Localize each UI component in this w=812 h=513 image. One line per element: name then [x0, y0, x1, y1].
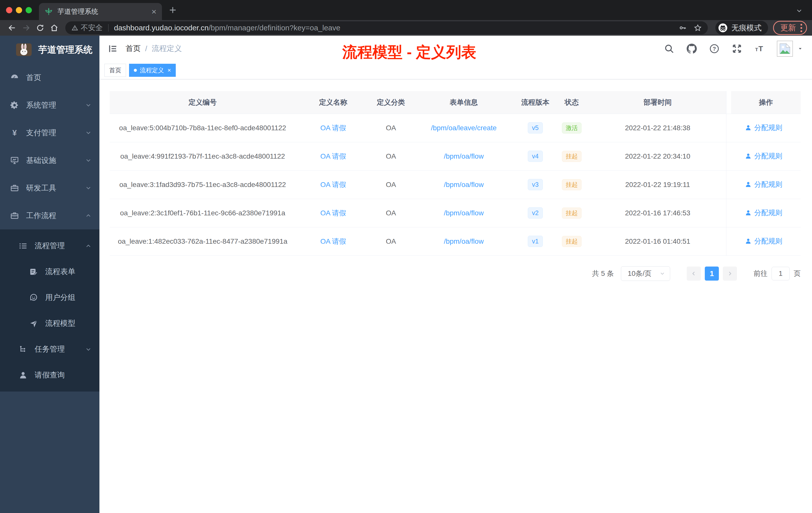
address-bar[interactable]: 不安全 dashboard.yudao.iocoder.cn/bpm/manag… [65, 21, 708, 34]
cell-status: 挂起 [554, 171, 589, 199]
pagination: 共 5 条 10条/页 1 前往 页 [110, 266, 801, 281]
page-size-select[interactable]: 10条/页 [621, 266, 670, 281]
assign-rule-link[interactable]: 分配规则 [745, 208, 782, 218]
collapse-sidebar-icon[interactable] [108, 44, 118, 54]
definition-name-link[interactable]: OA 请假 [320, 152, 346, 160]
cell-category: OA [371, 227, 411, 255]
font-size-icon[interactable]: TT [754, 43, 765, 54]
sidebar-item[interactable]: 用户分组 [0, 284, 99, 310]
back-icon[interactable] [8, 24, 16, 32]
prev-page-button[interactable] [687, 267, 701, 280]
tab-search-chevron-icon[interactable] [795, 7, 803, 14]
view-tag[interactable]: 首页 [105, 64, 126, 77]
sidebar-item[interactable]: 研发工具 [0, 174, 99, 202]
incognito-badge: 无痕模式 [715, 21, 768, 35]
form-info-link[interactable]: /bpm/oa/flow [444, 181, 484, 188]
sidebar-item[interactable]: 流程管理 [0, 233, 99, 259]
assign-rule-link[interactable]: 分配规则 [745, 151, 782, 161]
bookmark-star-icon[interactable] [694, 24, 702, 32]
user-icon [19, 371, 28, 380]
new-tab-button[interactable] [168, 5, 178, 15]
browser-tab[interactable]: 芋道管理系统 × [39, 3, 162, 20]
url-text[interactable]: dashboard.yudao.iocoder.cn/bpm/manager/d… [114, 24, 672, 32]
chevron-down-icon [85, 157, 92, 164]
form-info-link[interactable]: /bpm/oa/flow [444, 209, 484, 217]
home-icon[interactable] [50, 24, 58, 32]
cell-definition-id: oa_leave:5:004b710b-7b8a-11ec-8ef0-acde4… [110, 114, 295, 142]
annotation-title: 流程模型 - 定义列表 [342, 42, 476, 62]
cell-action: 分配规则 [726, 142, 801, 171]
dashboard-icon [10, 73, 19, 82]
cell-definition-name: OA 请假 [295, 114, 371, 142]
tag-close-icon[interactable]: × [168, 67, 171, 73]
cell-deploy-time: 2022-01-16 01:40:51 [589, 227, 726, 255]
sidebar-menu: 首页系统管理¥支付管理基础设施研发工具工作流程流程管理流程表单用户分组流程模型任… [0, 64, 99, 392]
help-icon[interactable]: ? [709, 43, 720, 54]
logo-rabbit-image [16, 43, 32, 56]
svg-text:T: T [758, 44, 763, 53]
avatar[interactable] [777, 41, 793, 57]
sidebar-item-label: 研发工具 [26, 183, 85, 193]
close-window-button[interactable] [6, 7, 12, 13]
fullscreen-icon[interactable] [732, 43, 742, 54]
sidebar-submenu: 流程表单用户分组流程模型 [0, 259, 99, 336]
github-icon[interactable] [687, 43, 697, 54]
definition-name-link[interactable]: OA 请假 [320, 209, 346, 217]
sidebar-item[interactable]: 工作流程 [0, 202, 99, 230]
password-key-icon[interactable] [679, 24, 687, 32]
svg-text:¥: ¥ [12, 128, 17, 137]
table-header-cell: 部署时间 [589, 91, 726, 114]
goto-page-input[interactable] [772, 267, 790, 280]
security-warning-icon[interactable] [71, 24, 78, 31]
page-number-button[interactable]: 1 [705, 267, 719, 280]
next-page-button[interactable] [723, 267, 737, 280]
reload-icon[interactable] [36, 24, 45, 32]
view-tag[interactable]: 流程定义× [129, 64, 176, 77]
breadcrumb-home[interactable]: 首页 [125, 43, 141, 54]
page-size-value: 10条/页 [628, 269, 651, 278]
form-info-link[interactable]: /bpm/oa/flow [444, 152, 484, 160]
sidebar-item-label: 用户分组 [45, 292, 92, 303]
person-icon [745, 181, 752, 188]
sidebar-item[interactable]: 首页 [0, 64, 99, 91]
sidebar-item[interactable]: 基础设施 [0, 147, 99, 174]
chevron-down-icon [85, 129, 92, 136]
table-header-cell: 定义编号 [110, 91, 295, 114]
avatar-dropdown-icon[interactable] [797, 46, 804, 52]
forward-icon[interactable] [22, 24, 30, 32]
minimize-window-button[interactable] [16, 7, 22, 13]
tab-close-icon[interactable]: × [151, 7, 156, 16]
sidebar: 芋道管理系统 首页系统管理¥支付管理基础设施研发工具工作流程流程管理流程表单用户… [0, 36, 99, 513]
sidebar-item[interactable]: 请假查询 [0, 362, 99, 388]
assign-rule-link[interactable]: 分配规则 [745, 236, 782, 246]
search-icon[interactable] [664, 43, 674, 54]
sidebar-item-label: 流程表单 [45, 267, 92, 277]
definition-name-link[interactable]: OA 请假 [320, 237, 346, 245]
gear-icon [10, 101, 19, 110]
cell-definition-id: oa_leave:3:1fad3d93-7b75-11ec-a3c8-acde4… [110, 171, 295, 199]
table-header-row: 定义编号定义名称定义分类表单信息流程版本状态部署时间操作 [110, 91, 801, 114]
sidebar-item[interactable]: 系统管理 [0, 91, 99, 119]
url-domain: dashboard.yudao.iocoder.cn [114, 24, 209, 32]
monitor-icon [10, 156, 19, 165]
browser-menu-icon[interactable] [801, 24, 802, 32]
assign-rule-link[interactable]: 分配规则 [745, 180, 782, 189]
incognito-icon [718, 23, 728, 33]
tags-bar: 首页流程定义× [99, 61, 812, 79]
form-info-link[interactable]: /bpm/oa/leave/create [431, 124, 497, 132]
update-button[interactable]: 更新 [773, 21, 807, 35]
sidebar-item[interactable]: 流程模型 [0, 310, 99, 336]
sidebar-item[interactable]: 流程表单 [0, 259, 99, 284]
sidebar-item[interactable]: ¥支付管理 [0, 119, 99, 147]
definition-name-link[interactable]: OA 请假 [320, 124, 346, 132]
sidebar-logo[interactable]: 芋道管理系统 [0, 36, 99, 64]
security-label[interactable]: 不安全 [81, 23, 103, 33]
definition-name-link[interactable]: OA 请假 [320, 181, 346, 188]
assign-rule-link[interactable]: 分配规则 [745, 123, 782, 132]
sidebar-item[interactable]: 任务管理 [0, 336, 99, 362]
zoom-window-button[interactable] [26, 7, 32, 13]
browser-toolbar: 不安全 dashboard.yudao.iocoder.cn/bpm/manag… [0, 20, 812, 36]
browser-tab-strip: 芋道管理系统 × [0, 0, 812, 20]
form-info-link[interactable]: /bpm/oa/flow [444, 237, 484, 245]
brand-title: 芋道管理系统 [38, 44, 92, 56]
